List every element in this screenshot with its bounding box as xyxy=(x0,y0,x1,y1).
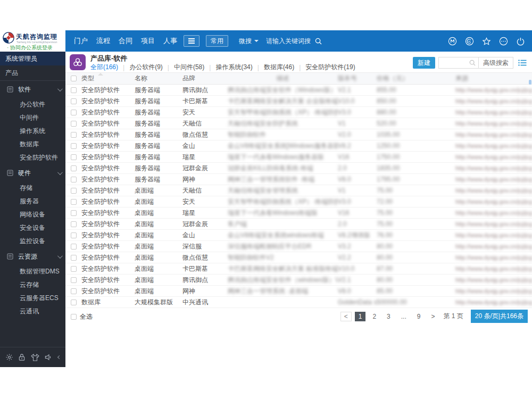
cell-source[interactable]: http://www.dyxjg.gov.cn/jcj/jcg/ xyxy=(455,98,532,104)
collapse-chevron-icon[interactable] xyxy=(57,355,61,359)
lock-icon[interactable] xyxy=(18,353,26,361)
row-checkbox[interactable] xyxy=(71,255,77,261)
row-checkbox[interactable] xyxy=(71,143,77,149)
table-row[interactable]: 安全防护软件服务器端金山金山V8终端安全系统[Windows服务器版]V8.21… xyxy=(65,140,532,152)
nav-item-2[interactable]: 流程 xyxy=(96,36,110,46)
table-row[interactable]: 安全防护软件服务器端腾讯御点腾讯御点终端安全软件（Windows版）V2.185… xyxy=(65,85,532,96)
search-icon[interactable] xyxy=(467,60,478,66)
table-row[interactable]: 安全防护软件桌面端微点佰慧智能防御软件V2V2.280.00http://www… xyxy=(65,252,532,263)
row-checkbox[interactable] xyxy=(71,232,77,238)
cell-source[interactable]: http://www.dyxjg.gov.cn/jcj/jcg/ xyxy=(455,277,532,283)
prev-page-button[interactable]: < xyxy=(340,312,352,321)
select-all-checkbox[interactable] xyxy=(71,314,77,320)
table-row[interactable]: 数据库大规模集群版中兴通讯GoldenData s…500000.00http:… xyxy=(65,297,532,308)
sidebar-item[interactable]: 安全防护软件 xyxy=(0,151,65,164)
table-row[interactable]: 安全防护软件服务器端卡巴斯基卡巴斯基网络安全解决方案 企业版终端防护授…V10.… xyxy=(65,96,532,107)
tab-6[interactable]: 安全防护软件(19) xyxy=(305,63,355,72)
nav-item-5[interactable]: 人事 xyxy=(163,36,177,46)
row-checkbox[interactable] xyxy=(71,221,77,227)
table-row[interactable]: 安全防护软件服务器端安天安天智甲终端防御系统（XP）·终端防护授权V3.0880… xyxy=(65,107,532,118)
message-m-icon[interactable] xyxy=(448,37,457,46)
cell-source[interactable]: http://www.dyxjg.gov.cn/jcj/jcg/ xyxy=(455,288,532,294)
sidebar-section-3[interactable]: 云资源 xyxy=(0,248,65,265)
cell-source[interactable]: http://www.dyxjg.gov.cn/jcj/jcg/ xyxy=(455,221,532,227)
sidebar-item[interactable]: 网络设备 xyxy=(0,208,65,221)
row-checkbox[interactable] xyxy=(71,165,77,171)
row-checkbox[interactable] xyxy=(71,188,77,194)
search-scope-dropdown[interactable]: 微搜 xyxy=(239,37,259,46)
sidebar-item[interactable]: 服务器 xyxy=(0,195,65,208)
sidebar-item[interactable]: 安全设备 xyxy=(0,221,65,235)
sidebar-section-1[interactable]: 软件 xyxy=(0,81,65,98)
settings-gear-icon[interactable] xyxy=(5,353,13,361)
row-checkbox[interactable] xyxy=(71,110,77,115)
cell-source[interactable]: http://www.dyxjg.gov.cn/jcj/jcg/ xyxy=(455,154,532,160)
table-row[interactable]: 安全防护软件桌面端天融信天融信终端安全管理系统V175.00http://www… xyxy=(65,185,532,196)
cell-source[interactable]: http://www.dyxjg.gov.cn/jcj/jcg/ xyxy=(455,176,532,182)
tab-2[interactable]: 办公软件(9) xyxy=(129,63,163,72)
nav-item-3[interactable]: 合同 xyxy=(119,36,132,46)
favorite-star-icon[interactable] xyxy=(482,37,491,46)
global-search-input[interactable]: 请输入关键词搜 xyxy=(266,37,311,46)
sidebar-item[interactable]: 数据管理DMS xyxy=(0,265,65,278)
cell-source[interactable]: http://www.dyxjg.gov.cn/jcj/jcg/ xyxy=(455,165,532,171)
power-icon[interactable] xyxy=(516,37,525,46)
search-icon[interactable] xyxy=(315,38,322,45)
row-checkbox[interactable] xyxy=(71,132,77,138)
cell-source[interactable]: http://www.dyxjg.gov.cn/jcj/jcg/ xyxy=(455,210,532,216)
table-row[interactable]: 安全防护软件服务器端冠群金辰冠群金辰KILL防病毒系统·终端2.01835.00… xyxy=(65,163,532,174)
cell-source[interactable]: http://www.dyxjg.gov.cn/jcj/jcg/ xyxy=(455,109,532,115)
table-row[interactable]: 安全防护软件桌面端网神网神三合一管理系统 ·桌面端V8.085.00http:/… xyxy=(65,286,532,297)
advanced-search-button[interactable]: 高级搜索 xyxy=(478,57,513,69)
select-all-header-checkbox[interactable] xyxy=(71,76,77,81)
row-checkbox[interactable] xyxy=(71,266,77,272)
cell-source[interactable]: http://www.dyxjg.gov.cn/jcj/jcg/ xyxy=(455,243,532,250)
cell-source[interactable]: http://www.dyxjg.gov.cn/jcj/jcg/ xyxy=(455,187,532,194)
row-checkbox[interactable] xyxy=(71,98,77,104)
page-button-1[interactable]: 1 xyxy=(355,312,366,321)
cell-source[interactable]: http://www.dyxjg.gov.cn/jcj/jcg/ xyxy=(455,143,532,149)
row-checkbox[interactable] xyxy=(71,244,77,250)
cell-source[interactable]: http://www.dyxjg.gov.cn/jcj/jcg/ xyxy=(455,131,532,138)
nav-more-menu-button[interactable] xyxy=(184,35,200,47)
page-button-3[interactable]: 3 xyxy=(383,312,394,321)
cell-source[interactable]: http://www.dyxjg.gov.cn/jcj/jcg/ xyxy=(455,299,532,305)
sidebar-item[interactable]: 办公软件 xyxy=(0,98,65,111)
sidebar-item[interactable]: 云通讯 xyxy=(0,305,65,318)
table-row[interactable]: 安全防护软件服务器端微点佰慧智能防御软件V2.01035.00http://ww… xyxy=(65,129,532,140)
row-checkbox[interactable] xyxy=(71,121,77,127)
table-row[interactable]: 安全防护软件桌面端金山金山V8终端安全系统windows终端V8.2增强版76.… xyxy=(65,230,532,241)
cell-source[interactable]: http://www.dyxjg.gov.cn/jcj/jcg/ xyxy=(455,232,532,238)
sidebar-item-product[interactable]: 产品 xyxy=(0,65,65,81)
e-badge-icon[interactable] xyxy=(465,37,474,46)
table-row[interactable]: 安全防护软件桌面端冠群金辰客户端2.075.00http://www.dyxjg… xyxy=(65,219,532,230)
list-view-icon[interactable] xyxy=(518,59,527,66)
tab-3[interactable]: 中间件(58) xyxy=(174,63,204,72)
cell-source[interactable]: http://www.dyxjg.gov.cn/jcj/jcg/ xyxy=(455,254,532,261)
row-checkbox[interactable] xyxy=(71,154,77,160)
row-checkbox[interactable] xyxy=(71,277,77,283)
sidebar-item[interactable]: 中间件 xyxy=(0,111,65,124)
table-row[interactable]: 安全防护软件服务器端网神网神三合一管理系统软件 ·终端V8.01795.00ht… xyxy=(65,174,532,185)
sidebar-item[interactable]: 存储 xyxy=(0,181,65,195)
row-checkbox[interactable] xyxy=(71,87,77,93)
tab-4[interactable]: 操作系统(34) xyxy=(215,63,252,72)
sidebar-item[interactable]: 监控设备 xyxy=(0,235,65,248)
theme-shirt-icon[interactable] xyxy=(31,354,39,361)
nav-item-4[interactable]: 项目 xyxy=(141,36,155,46)
cell-source[interactable]: http://www.dyxjg.gov.cn/jcj/jcg/ xyxy=(455,198,532,205)
table-row[interactable]: 安全防护软件服务器端瑞星瑞星下一代杀毒Windows服务器版V161750.00… xyxy=(65,152,532,163)
next-page-button[interactable]: > xyxy=(427,312,438,321)
table-row[interactable]: 安全防护软件服务器端天融信天融信终端安全防护系统V1520.00http://w… xyxy=(65,118,532,129)
nav-pinned-button[interactable]: 常用 xyxy=(206,35,228,47)
page-button-2[interactable]: 2 xyxy=(369,312,380,321)
cell-source[interactable]: http://www.dyxjg.gov.cn/jcj/jcg/ xyxy=(455,87,532,93)
table-row[interactable]: 安全防护软件桌面端安天安天智甲终端防御系统（XP）·终端防护授权V3.072.0… xyxy=(65,196,532,207)
cell-source[interactable]: http://www.dyxjg.gov.cn/jcj/jcg/ xyxy=(455,120,532,127)
new-button[interactable]: 新建 xyxy=(413,57,435,69)
sidebar-item[interactable]: 云存储 xyxy=(0,278,65,292)
sidebar-item[interactable]: 云服务器ECS xyxy=(0,292,65,305)
row-checkbox[interactable] xyxy=(71,177,77,182)
row-checkbox[interactable] xyxy=(71,288,77,294)
sidebar-item[interactable]: 操作系统 xyxy=(0,124,65,138)
